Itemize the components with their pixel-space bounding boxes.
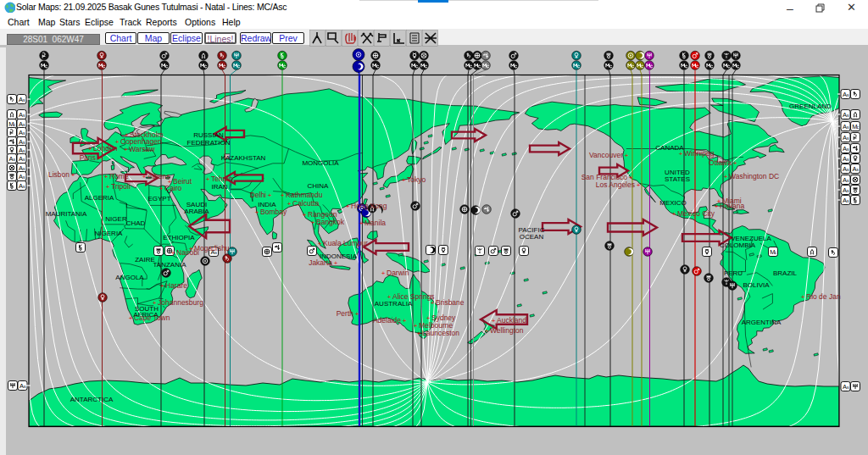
svg-text:Auckland: Auckland [497, 316, 526, 325]
svg-text:ARGENTINA: ARGENTINA [742, 319, 782, 326]
svg-text:Mogadishu: Mogadishu [194, 244, 230, 252]
svg-text:+: + [625, 152, 629, 159]
svg-text:Delhi: Delhi [250, 191, 266, 199]
svg-text:Manila: Manila [364, 219, 386, 227]
svg-text:Wellington: Wellington [490, 326, 524, 335]
svg-text:Perth: Perth [337, 309, 354, 318]
svg-text:+: + [303, 211, 307, 219]
svg-text:CANADA: CANADA [655, 144, 684, 152]
svg-text:+: + [287, 200, 292, 208]
svg-text:+: + [403, 317, 407, 325]
svg-text:ARABIA: ARABIA [184, 208, 209, 215]
svg-text:+: + [485, 327, 489, 335]
svg-text:INDIA: INDIA [258, 201, 276, 208]
svg-text:Adelaide: Adelaide [373, 316, 401, 325]
svg-text:+: + [88, 145, 92, 153]
svg-text:AUSTRALIA: AUSTRALIA [375, 300, 413, 308]
svg-text:Paris: Paris [80, 153, 96, 162]
svg-text:PERU: PERU [724, 269, 743, 277]
svg-text:+: + [106, 183, 110, 191]
svg-text:Washington DC: Washington DC [729, 172, 779, 180]
svg-text:Los Angeles: Los Angeles [596, 180, 635, 189]
svg-text:+: + [206, 175, 210, 183]
svg-text:MONGOLIA: MONGOLIA [302, 159, 339, 167]
svg-text:AFRICA: AFRICA [133, 311, 159, 319]
svg-text:Ottawa: Ottawa [709, 158, 732, 167]
svg-text:BOLIVIA: BOLIVIA [743, 281, 770, 289]
svg-text:+: + [142, 173, 147, 180]
svg-text:OCEAN: OCEAN [520, 233, 544, 241]
svg-text:+: + [334, 259, 338, 267]
svg-text:+: + [159, 185, 164, 192]
svg-text:+: + [97, 154, 102, 162]
svg-text:Nairobi: Nairobi [176, 248, 199, 257]
svg-text:RUSSIAN: RUSSIAN [193, 131, 224, 139]
svg-text:Tripoli: Tripoli [111, 182, 131, 191]
svg-text:+: + [801, 293, 805, 301]
svg-text:+: + [104, 173, 108, 180]
svg-text:Athens: Athens [147, 172, 170, 180]
svg-text:Darwin: Darwin [387, 269, 409, 277]
svg-text:+: + [124, 146, 128, 153]
svg-text:ALGERIA: ALGERIA [85, 194, 114, 202]
svg-text:FEDERATION: FEDERATION [187, 139, 231, 147]
svg-text:Warsaw: Warsaw [129, 145, 155, 153]
svg-text:+: + [715, 203, 719, 210]
svg-text:London: London [93, 144, 118, 153]
svg-text:COLOMBIA: COLOMBIA [720, 241, 756, 249]
svg-text:+: + [255, 208, 259, 216]
svg-text:+: + [431, 299, 435, 307]
svg-text:+: + [171, 249, 175, 257]
svg-text:+: + [281, 191, 285, 199]
svg-text:+: + [268, 191, 272, 199]
svg-text:ETHIOPIA: ETHIOPIA [163, 234, 195, 241]
svg-text:KAZAKHSTAN: KAZAKHSTAN [221, 154, 266, 162]
svg-text:ANGOLA: ANGOLA [115, 274, 144, 281]
svg-text:Mexico City: Mexico City [677, 209, 715, 218]
svg-text:NIGER: NIGER [105, 215, 127, 223]
svg-text:Calcutta: Calcutta [292, 199, 319, 208]
svg-text:CHINA: CHINA [308, 182, 330, 190]
svg-text:+: + [129, 314, 133, 322]
svg-text:CHAD: CHAD [126, 219, 146, 227]
svg-text:+: + [71, 171, 75, 179]
svg-text:+: + [160, 282, 164, 290]
svg-text:NIGERIA: NIGERIA [95, 230, 124, 237]
svg-text:+: + [417, 330, 421, 337]
svg-text:Tokyo: Tokyo [407, 175, 426, 184]
svg-text:Cairo: Cairo [164, 184, 182, 192]
svg-text:Winnipeg: Winnipeg [684, 149, 715, 158]
svg-text:ANTARCTICA: ANTARCTICA [70, 396, 114, 403]
svg-text:Tehran: Tehran [211, 175, 233, 183]
svg-text:Launceston: Launceston [422, 329, 459, 337]
svg-text:Brisbane: Brisbane [436, 298, 465, 307]
svg-text:+: + [318, 240, 322, 247]
svg-text:ZAIRE: ZAIRE [135, 256, 155, 264]
svg-text:+: + [346, 203, 350, 210]
svg-text:Kathmandu: Kathmandu [286, 191, 323, 199]
svg-text:Rome: Rome [109, 172, 129, 180]
svg-text:+: + [733, 159, 737, 167]
svg-text:Johannesburg: Johannesburg [158, 298, 203, 307]
svg-text:+: + [637, 181, 641, 189]
svg-text:Bombay: Bombay [260, 208, 287, 216]
svg-text:MEXICO: MEXICO [659, 199, 687, 207]
svg-text:+: + [492, 317, 496, 325]
svg-text:Harare: Harare [165, 281, 187, 290]
svg-text:STATES: STATES [665, 175, 690, 183]
svg-text:+: + [355, 310, 359, 318]
svg-text:Vancouver: Vancouver [589, 151, 623, 159]
svg-text:Havana: Havana [720, 202, 745, 210]
svg-text:Hong Kong: Hong Kong [351, 202, 387, 210]
svg-text:+: + [311, 219, 315, 226]
svg-text:+: + [115, 138, 120, 146]
svg-text:+: + [359, 219, 364, 227]
svg-text:+: + [724, 173, 728, 180]
svg-text:BRAZIL: BRAZIL [773, 269, 798, 277]
svg-text:INDONESIA: INDONESIA [320, 252, 358, 260]
svg-text:Rio de Jan: Rio de Jan [806, 292, 841, 301]
svg-text:MAURITANIA: MAURITANIA [46, 210, 87, 218]
svg-text:Lisbon: Lisbon [48, 170, 70, 179]
svg-text:+: + [672, 210, 676, 218]
svg-text:Bangkok: Bangkok [316, 218, 345, 226]
